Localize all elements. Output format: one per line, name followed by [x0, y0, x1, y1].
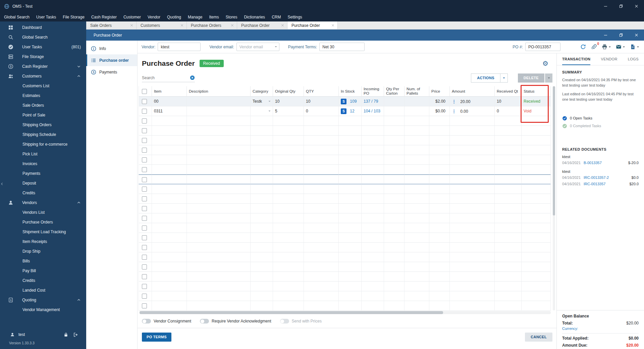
po-terms-button[interactable]: PO TERMS	[142, 333, 171, 342]
open-tasks-row[interactable]: 0 Open Tasks	[562, 116, 639, 121]
tab-close-icon[interactable]	[180, 24, 183, 27]
row-checkbox[interactable]	[142, 196, 147, 201]
row-checkbox[interactable]	[142, 303, 147, 308]
col-header-received-qty[interactable]: Received Qt	[495, 86, 522, 97]
panel-tab[interactable]: TRANSACTION	[562, 53, 590, 65]
row-checkbox[interactable]	[142, 264, 147, 269]
stock-s-badge[interactable]: S	[341, 99, 346, 104]
cell-category[interactable]	[251, 106, 273, 116]
row-checkbox[interactable]	[142, 177, 147, 182]
row-checkbox[interactable]	[142, 187, 147, 192]
restore-button[interactable]	[613, 0, 629, 12]
inner-restore-button[interactable]	[613, 30, 629, 41]
row-checkbox[interactable]	[142, 157, 147, 162]
sidebar-item-chevron-icon[interactable]	[77, 64, 81, 68]
toggle[interactable]: Vendor Consignment	[142, 319, 191, 323]
tab-close-icon[interactable]	[281, 24, 284, 27]
doc-link[interactable]: IRC-0013357	[584, 182, 628, 186]
in-stock-link[interactable]: 109	[350, 99, 357, 104]
row-checkbox[interactable]	[142, 274, 147, 279]
vendor-email-caret-icon[interactable]	[274, 45, 277, 48]
vertical-scrollbar[interactable]	[553, 86, 555, 310]
sidebar-item[interactable]: User Tasks (801)	[0, 42, 86, 52]
row-menu-icon[interactable]: ⋮	[452, 109, 456, 114]
sidebar-item[interactable]: Dashboard	[0, 22, 86, 32]
sidebar-item-chevron-icon[interactable]	[77, 201, 81, 205]
delete-caret-button[interactable]	[545, 73, 552, 83]
search-input[interactable]	[142, 76, 188, 80]
sidebar-item[interactable]: Bills	[0, 256, 86, 266]
sidebar-item[interactable]: Landed Cost	[0, 285, 86, 295]
col-header-original-qty[interactable]: Original Qty	[273, 86, 304, 97]
table-row[interactable]: 0311 5 0 S 12 104 / 103	[139, 106, 551, 116]
sidebar-item[interactable]: $ Quoting	[0, 295, 86, 305]
completed-tasks-row[interactable]: 0 Completed Tasks	[562, 123, 639, 129]
sidebar-item[interactable]: Credits	[0, 276, 86, 285]
table-row[interactable]: 00 Testk 10 10 S 109 137 /	[139, 97, 551, 106]
panel-tab[interactable]: VENDOR	[601, 53, 617, 65]
row-checkbox[interactable]	[142, 128, 147, 133]
menu-item[interactable]: File Storage	[59, 12, 88, 21]
col-header-status[interactable]: Status	[522, 86, 551, 97]
vertical-scrollbar-thumb[interactable]	[553, 86, 555, 215]
print-caret-icon[interactable]	[608, 46, 611, 48]
menu-item[interactable]: CRM	[268, 12, 284, 21]
sidebar-item[interactable]: Vendor Management	[0, 305, 86, 314]
tab-close-icon[interactable]	[331, 24, 334, 27]
row-checkbox[interactable]	[142, 118, 147, 123]
po-nav-item[interactable]: Info	[86, 43, 137, 54]
col-header-incoming-po[interactable]: Incoming PO	[362, 86, 384, 97]
export-button[interactable]	[630, 44, 639, 50]
sidebar-item[interactable]: Vendors List	[0, 207, 86, 217]
stock-s-badge[interactable]: S	[341, 108, 346, 114]
row-menu-icon[interactable]: ⋮	[452, 99, 456, 104]
col-header-num-pallets[interactable]: Num. of Pallets	[405, 86, 429, 97]
document-tab[interactable]: Purchase Order	[237, 21, 287, 29]
toggle[interactable]: Send with Prices	[280, 319, 322, 323]
mail-caret-icon[interactable]	[623, 46, 625, 48]
tab-close-icon[interactable]	[130, 24, 133, 27]
minimize-button[interactable]	[598, 0, 613, 12]
tab-close-icon[interactable]	[231, 24, 234, 27]
menu-item[interactable]: Cash Register	[88, 12, 120, 21]
row-checkbox[interactable]	[142, 109, 147, 114]
sidebar-item[interactable]: Item Receipts	[0, 237, 86, 246]
col-header-price[interactable]: Price	[429, 86, 450, 97]
sidebar-item[interactable]: $ Cash Register	[0, 61, 86, 71]
inner-minimize-button[interactable]	[598, 30, 613, 41]
actions-button[interactable]: ACTIONS	[471, 73, 500, 83]
row-checkbox[interactable]	[142, 167, 147, 172]
col-header-description[interactable]: Description	[187, 86, 251, 97]
col-header-amount[interactable]: Amount	[450, 86, 495, 97]
vendor-email-input[interactable]	[236, 43, 279, 51]
sidebar-item[interactable]: Global Search	[0, 32, 86, 42]
sidebar-item[interactable]: Vendors	[0, 198, 86, 207]
document-tab[interactable]: Sale Orders	[86, 21, 137, 29]
sidebar-item[interactable]: Shipping Schedule	[0, 130, 86, 139]
category-caret-icon[interactable]	[268, 110, 271, 113]
sidebar-item[interactable]: File Storage	[0, 52, 86, 61]
doc-link[interactable]: IRC-0013357-2	[584, 176, 630, 180]
attachments-button[interactable]: 0	[591, 44, 597, 50]
sidebar-item[interactable]: Pay Bill	[0, 266, 86, 276]
row-checkbox[interactable]	[142, 138, 147, 143]
row-checkbox[interactable]	[142, 99, 147, 104]
menu-item[interactable]: Items	[206, 12, 222, 21]
menu-item[interactable]: Quoting	[164, 12, 184, 21]
in-stock-link[interactable]: 12	[350, 109, 354, 113]
actions-caret-button[interactable]	[500, 73, 508, 83]
category-caret-icon[interactable]	[268, 100, 271, 103]
row-checkbox[interactable]	[142, 294, 147, 299]
sidebar-item[interactable]: Point of Sale	[0, 110, 86, 120]
toggle-switch[interactable]	[200, 319, 209, 323]
col-header-category[interactable]: Category	[251, 86, 273, 97]
search-clear-icon[interactable]	[190, 75, 195, 80]
row-checkbox[interactable]	[142, 235, 147, 240]
email-button[interactable]	[615, 44, 625, 50]
menu-item[interactable]: Stores	[222, 12, 241, 21]
incoming-po-link[interactable]: 137 / 79	[364, 99, 378, 104]
sidebar-item[interactable]: Shipping for e-commerce	[0, 139, 86, 149]
menu-item[interactable]: User Tasks	[33, 12, 59, 21]
sidebar-item[interactable]: Customers	[0, 71, 86, 81]
menu-item[interactable]: Dictionaries	[240, 12, 268, 21]
